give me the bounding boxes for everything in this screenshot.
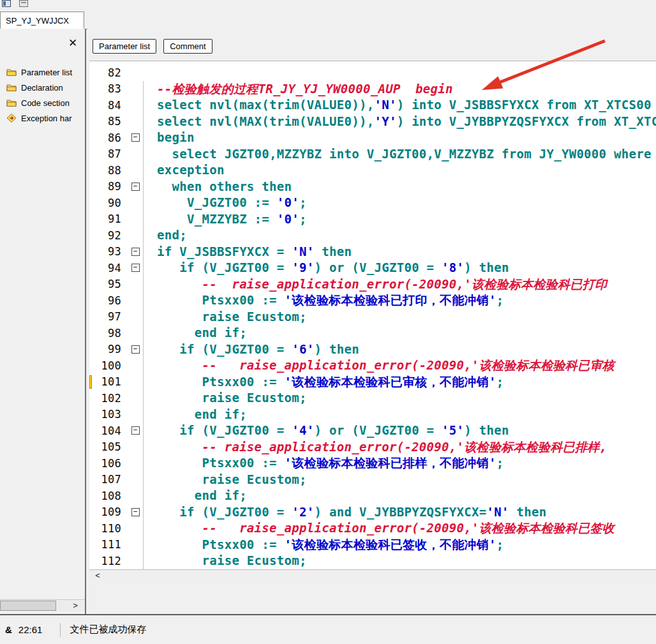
code-text: -- raise_application_error(-20090,'该检验标本… [143, 276, 656, 293]
code-text: end if; [143, 488, 656, 504]
line-number: 108 [89, 490, 128, 502]
folder-icon [6, 98, 18, 107]
sidebar-item-parameter-list[interactable]: Parameter list [0, 64, 85, 80]
code-line-92[interactable]: 92end; [89, 227, 656, 244]
line-number: 86 [89, 131, 128, 144]
scroll-left-icon[interactable]: < [92, 570, 103, 581]
code-line-89[interactable]: 89− when others then [89, 179, 656, 195]
code-line-98[interactable]: 98 end if; [89, 325, 656, 341]
line-number: 98 [89, 327, 128, 340]
code-line-101[interactable]: 101 Ptsxx00 := '该检验标本检验科已审核，不能冲销'; [89, 374, 656, 391]
code-line-112[interactable]: 112 raise Ecustom; [89, 553, 656, 569]
code-line-109[interactable]: 109− if (V_JGZT00 = '2') and V_JYBBPYZQS… [89, 504, 656, 521]
editor-horizontal-scrollbar[interactable]: < [89, 569, 656, 581]
code-line-100[interactable]: 100 -- raise_application_error(-20090,'该… [89, 357, 656, 374]
code-line-102[interactable]: 102 raise Ecustom; [89, 390, 656, 407]
fold-column: − [128, 423, 143, 439]
line-number: 92 [89, 229, 128, 242]
code-text: when others then [143, 179, 656, 195]
sidebar-item-declaration[interactable]: Declaration [0, 80, 85, 95]
code-line-82[interactable]: 82 [89, 64, 656, 81]
line-number: 111 [89, 538, 128, 551]
fold-toggle-icon[interactable]: − [131, 248, 140, 256]
code-line-108[interactable]: 108 end if; [89, 488, 656, 504]
code-line-104[interactable]: 104− if (V_JGZT00 = '4') or (V_JGZT00 = … [89, 423, 656, 439]
code-text: exception [143, 162, 656, 179]
fold-column [128, 553, 143, 569]
sidebar-tree: Parameter list Declaration Code section … [0, 64, 85, 126]
fold-toggle-icon[interactable]: − [131, 183, 140, 191]
sidebar-item-code-section[interactable]: Code section [0, 95, 85, 110]
fold-toggle-icon[interactable]: − [131, 133, 140, 142]
code-text: raise Ecustom; [143, 472, 656, 488]
code-line-105[interactable]: 105 -- raise_application_error(-20090,'该… [89, 439, 656, 456]
sidebar-horizontal-scrollbar[interactable]: > [0, 599, 85, 611]
code-line-88[interactable]: 88exception [89, 162, 656, 179]
fold-column [128, 390, 143, 407]
fold-column: − [128, 341, 143, 358]
line-number: 107 [89, 473, 128, 486]
line-number: 109 [89, 505, 128, 518]
line-number: 103 [89, 408, 128, 421]
code-line-87[interactable]: 87 select JGZT00,MZZYBZ into V_JGZT00,V_… [89, 146, 656, 163]
code-line-96[interactable]: 96 Ptsxx00 := '该检验标本检验科已打印，不能冲销'; [89, 292, 656, 309]
status-message: 文件已被成功保存 [70, 624, 146, 636]
code-text: end if; [143, 407, 656, 423]
code-text: end if; [143, 325, 656, 341]
save-icon[interactable] [19, 0, 28, 7]
fold-toggle-icon[interactable]: − [131, 345, 140, 354]
code-line-83[interactable]: 83--检验触发的过程TR_JY_YJ_YW0000_AUP begin [89, 81, 656, 98]
fold-column [128, 357, 143, 374]
code-line-90[interactable]: 90 V_JGZT00 := '0'; [89, 195, 656, 211]
fold-column [128, 472, 143, 488]
code-text: Ptsxx00 := '该检验标本检验科已签收，不能冲销'; [143, 537, 656, 553]
code-line-94[interactable]: 94− if (V_JGZT00 = '9') or (V_JGZT00 = '… [89, 260, 656, 276]
code-line-95[interactable]: 95 -- raise_application_error(-20090,'该检… [89, 276, 656, 293]
close-icon[interactable]: ✕ [65, 35, 80, 50]
line-number: 96 [89, 294, 128, 307]
code-line-85[interactable]: 85select nvl(MAX(trim(VALUE0)),'Y') into… [89, 114, 656, 130]
fold-column [128, 325, 143, 341]
code-line-106[interactable]: 106 Ptsxx00 := '该检验标本检验科已排样，不能冲销'; [89, 455, 656, 472]
code-line-86[interactable]: 86−begin [89, 130, 656, 146]
window-icon[interactable] [2, 0, 11, 7]
code-line-91[interactable]: 91 V_MZZYBZ := '0'; [89, 211, 656, 228]
fold-toggle-icon[interactable]: − [131, 508, 140, 516]
code-line-111[interactable]: 111 Ptsxx00 := '该检验标本检验科已签收，不能冲销'; [89, 537, 656, 553]
fold-column [128, 97, 143, 114]
sidebar-item-label: Declaration [21, 83, 63, 93]
code-lines: 8283--检验触发的过程TR_JY_YJ_YW0000_AUP begin84… [89, 61, 656, 570]
sidebar: ✕ Parameter list Declaration Code sectio… [0, 29, 86, 614]
scrollbar-thumb[interactable] [0, 601, 56, 611]
code-text: Ptsxx00 := '该检验标本检验科已排样，不能冲销'; [143, 455, 656, 472]
fold-toggle-icon[interactable]: − [131, 426, 140, 435]
sidebar-item-label: Exception har [21, 114, 72, 123]
sidebar-item-exception-handler[interactable]: Exception har [0, 110, 85, 126]
fold-column [128, 276, 143, 293]
tab-sp-yj-ywjjcx[interactable]: SP_YJ_YWJJCX [0, 11, 84, 29]
parameter-list-button[interactable]: Parameter list [93, 39, 156, 54]
current-line-marker [89, 375, 92, 389]
line-number: 105 [89, 440, 128, 453]
editor-toolbar: Parameter listComment [93, 39, 220, 54]
code-line-110[interactable]: 110 -- raise_application_error(-20090,'该… [89, 520, 656, 537]
code-line-93[interactable]: 93−if V_JSBBSFYXCX = 'N' then [89, 244, 656, 260]
code-line-103[interactable]: 103 end if; [89, 407, 656, 423]
code-line-97[interactable]: 97 raise Ecustom; [89, 309, 656, 326]
line-number: 95 [89, 278, 128, 290]
line-number: 100 [89, 359, 128, 372]
code-text: V_JGZT00 := '0'; [143, 195, 656, 211]
comment-button[interactable]: Comment [163, 39, 212, 54]
fold-column [128, 537, 143, 553]
code-line-107[interactable]: 107 raise Ecustom; [89, 472, 656, 488]
code-editor[interactable]: 8283--检验触发的过程TR_JY_YJ_YW0000_AUP begin84… [89, 61, 656, 570]
fold-column [128, 81, 143, 98]
fold-toggle-icon[interactable]: − [131, 264, 140, 272]
scroll-right-icon[interactable]: > [70, 600, 81, 611]
cursor-position: 22:61 [19, 624, 43, 635]
code-line-84[interactable]: 84select nvl(max(trim(VALUE0)),'N') into… [89, 97, 656, 114]
code-text: Ptsxx00 := '该检验标本检验科已审核，不能冲销'; [143, 374, 656, 391]
fold-column: − [128, 504, 143, 521]
code-line-99[interactable]: 99− if (V_JGZT00 = '6') then [89, 341, 656, 358]
fold-column [128, 488, 143, 504]
